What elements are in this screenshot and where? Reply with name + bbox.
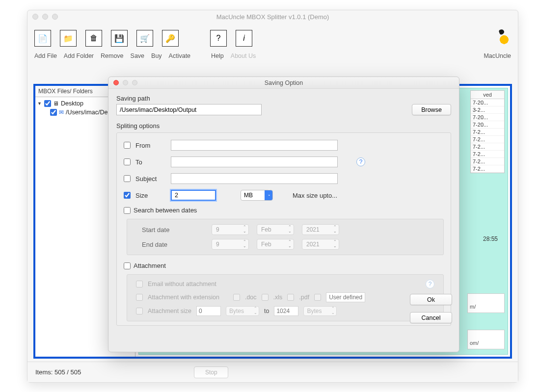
list-item[interactable]: 7-2... bbox=[471, 143, 504, 151]
root-checkbox[interactable] bbox=[44, 100, 51, 107]
end-month-select: Feb bbox=[257, 239, 294, 250]
from-checkbox[interactable] bbox=[124, 142, 131, 149]
buy-button[interactable]: 🛒 bbox=[136, 30, 153, 47]
att-max-input bbox=[274, 306, 298, 316]
list-item[interactable]: 3-2... bbox=[471, 106, 504, 114]
folder-plus-icon: 📁 bbox=[63, 34, 73, 43]
file-plus-icon: 📄 bbox=[38, 34, 48, 43]
att-min-unit: Bytes bbox=[226, 306, 259, 316]
list-item[interactable]: 7-2... bbox=[471, 158, 504, 165]
browse-button[interactable]: Browse bbox=[412, 104, 451, 115]
dates-frame: Start date 9 Feb 2021 End date 9 Feb 202… bbox=[127, 219, 444, 255]
search-dates-label: Search between dates bbox=[134, 207, 197, 214]
add-file-button[interactable]: 📄 bbox=[34, 30, 51, 47]
list-item[interactable]: 7-20... bbox=[471, 114, 504, 121]
attachment-help-icon[interactable]: ? bbox=[426, 280, 434, 288]
search-dates-checkbox[interactable] bbox=[124, 207, 131, 214]
menu-remove[interactable]: Remove bbox=[101, 52, 124, 59]
to-checkbox[interactable] bbox=[124, 158, 131, 165]
from-label: From bbox=[135, 142, 166, 149]
child-checkbox[interactable] bbox=[50, 109, 57, 116]
size-unit-select[interactable]: MB bbox=[241, 190, 273, 201]
list-item[interactable]: 7-2... bbox=[471, 129, 504, 136]
menu-activate[interactable]: Activate bbox=[169, 52, 190, 59]
end-date-label: End date bbox=[142, 241, 181, 248]
menu-help[interactable]: Help bbox=[211, 52, 224, 59]
start-month-select: Feb bbox=[257, 224, 294, 235]
stop-button: Stop bbox=[194, 366, 228, 378]
start-day-select: 9 bbox=[212, 224, 249, 235]
cancel-button[interactable]: Cancel bbox=[410, 312, 452, 323]
save-button-tb[interactable]: 💾 bbox=[111, 30, 128, 47]
saving-option-dialog: Saving Option Saving path Browse Splitin… bbox=[108, 77, 459, 352]
output-box-1: m/ bbox=[467, 293, 505, 313]
to-label: To bbox=[135, 158, 166, 166]
email-without-checkbox bbox=[136, 281, 143, 287]
with-ext-label: Attachment with extension bbox=[148, 294, 219, 301]
activate-button[interactable]: 🔑 bbox=[162, 30, 179, 47]
tree-root-label: Desktop bbox=[61, 100, 83, 107]
size-unit-select-wrap: MB bbox=[241, 190, 273, 201]
menu-about: About Us bbox=[231, 52, 256, 59]
menu-buy[interactable]: Buy bbox=[151, 52, 162, 59]
help-button[interactable]: ? bbox=[210, 30, 227, 47]
zoom-icon[interactable] bbox=[52, 14, 58, 20]
subject-label: Subject bbox=[135, 175, 166, 183]
remove-button[interactable]: 🗑 bbox=[85, 30, 102, 47]
size-input[interactable] bbox=[171, 190, 216, 201]
list-item[interactable]: 7-20... bbox=[471, 99, 504, 106]
attachment-label: Attachment bbox=[134, 262, 166, 269]
brand-label: MacUncle bbox=[484, 52, 511, 59]
to-input[interactable] bbox=[171, 157, 338, 167]
attachment-checkbox[interactable] bbox=[124, 262, 131, 269]
end-day-select: 9 bbox=[212, 239, 249, 250]
window-title: MacUncle MBOX Splitter v1.0.1 (Demo) bbox=[27, 13, 518, 21]
att-size-checkbox bbox=[136, 308, 143, 314]
dialog-close-icon[interactable] bbox=[113, 80, 119, 85]
saving-path-label: Saving path bbox=[116, 95, 451, 102]
menu-save[interactable]: Save bbox=[131, 52, 145, 59]
email-without-label: Email without attachment bbox=[148, 281, 216, 287]
status-bar: Items: 505 / 505 Stop bbox=[27, 362, 518, 382]
splitting-options-label: Spliting options bbox=[116, 122, 451, 130]
ext-pdf-checkbox bbox=[287, 294, 294, 301]
size-checkbox[interactable] bbox=[124, 192, 131, 199]
list-item[interactable]: 7-2... bbox=[471, 151, 504, 158]
end-year-select: 2021 bbox=[302, 239, 339, 250]
desktop-icon: 🖥 bbox=[53, 100, 59, 107]
dialog-zoom-icon bbox=[132, 80, 137, 85]
minimize-icon[interactable] bbox=[42, 14, 48, 20]
cart-icon: 🛒 bbox=[140, 34, 150, 43]
menu-add-file[interactable]: Add File bbox=[34, 52, 57, 59]
att-size-label: Attachment size bbox=[148, 308, 191, 314]
ext-xls-label: .xls bbox=[273, 294, 283, 301]
subject-input[interactable] bbox=[171, 173, 338, 184]
list-item[interactable]: 7-20... bbox=[471, 121, 504, 129]
disclosure-icon[interactable]: ▼ bbox=[37, 101, 42, 106]
app-logo-icon bbox=[497, 31, 511, 45]
add-folder-button[interactable]: 📁 bbox=[60, 30, 77, 47]
dialog-title: Saving Option bbox=[108, 79, 459, 86]
att-min-input bbox=[196, 306, 221, 316]
att-to-label: to bbox=[264, 308, 269, 314]
ext-doc-checkbox bbox=[233, 294, 240, 301]
tree-child-label: /Users/imac/Des bbox=[66, 109, 111, 116]
close-icon[interactable] bbox=[32, 14, 38, 20]
about-button[interactable]: i bbox=[236, 30, 252, 47]
help-icon[interactable]: ? bbox=[356, 157, 365, 166]
results-list: ved 7-20... 3-2... 7-20... 7-20... 7-2..… bbox=[470, 90, 505, 173]
titlebar: MacUncle MBOX Splitter v1.0.1 (Demo) bbox=[27, 10, 518, 23]
list-item[interactable]: 7-2... bbox=[471, 165, 504, 173]
ext-user-checkbox bbox=[314, 294, 321, 301]
saving-path-input[interactable] bbox=[116, 104, 262, 115]
list-item[interactable]: 7-2... bbox=[471, 136, 504, 143]
ext-xls-checkbox bbox=[262, 294, 269, 301]
from-input[interactable] bbox=[171, 140, 338, 151]
toolbar: 📄 📁 🗑 💾 🛒 🔑 ? i bbox=[27, 23, 518, 50]
with-ext-checkbox bbox=[136, 294, 143, 301]
subject-checkbox[interactable] bbox=[124, 175, 131, 182]
menu-add-folder[interactable]: Add Folder bbox=[64, 52, 94, 59]
mailbox-icon: ✉ bbox=[59, 109, 64, 116]
start-date-label: Start date bbox=[142, 226, 181, 234]
ok-button[interactable]: Ok bbox=[410, 294, 452, 305]
